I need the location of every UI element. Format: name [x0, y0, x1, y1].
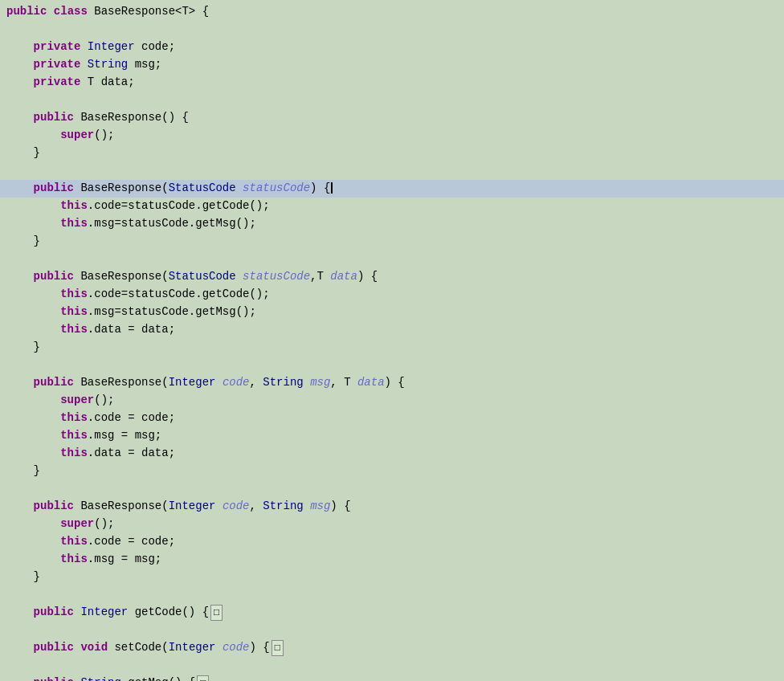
code-line-29: public BaseResponse(Integer code, String… — [0, 498, 784, 516]
code-editor: public class BaseResponse<T> { private I… — [0, 0, 784, 681]
code-line-6 — [0, 92, 784, 109]
code-line-34 — [0, 586, 784, 604]
code-line-21 — [0, 357, 784, 374]
code-line-11: public BaseResponse(StatusCode statusCod… — [0, 180, 784, 198]
code-line-23: super(); — [0, 392, 784, 410]
code-line-17: this.code=statusCode.getCode(); — [0, 286, 784, 304]
code-line-27: } — [0, 463, 784, 480]
code-line-4: private String msg; — [0, 56, 784, 74]
code-line-26: this.data = data; — [0, 445, 784, 463]
code-line-12: this.code=statusCode.getCode(); — [0, 198, 784, 215]
code-line-19: this.data = data; — [0, 321, 784, 339]
code-line-18: this.msg=statusCode.getMsg(); — [0, 304, 784, 321]
code-line-2 — [0, 21, 784, 39]
code-line-28 — [0, 480, 784, 498]
fold-indicator-setcode[interactable]: □ — [272, 640, 284, 656]
code-line-16: public BaseResponse(StatusCode statusCod… — [0, 268, 784, 286]
code-line-39: public String getMsg() {□ — [0, 675, 784, 681]
code-line-9: } — [0, 145, 784, 162]
code-line-7: public BaseResponse() { — [0, 109, 784, 127]
code-line-10 — [0, 162, 784, 180]
code-line-31: this.code = code; — [0, 533, 784, 551]
code-line-25: this.msg = msg; — [0, 427, 784, 445]
text-cursor — [331, 182, 333, 194]
code-line-30: super(); — [0, 516, 784, 533]
code-line-3: private Integer code; — [0, 39, 784, 56]
code-line-14: } — [0, 233, 784, 251]
code-line-1: public class BaseResponse<T> { — [0, 3, 784, 21]
code-line-8: super(); — [0, 127, 784, 145]
code-line-13: this.msg=statusCode.getMsg(); — [0, 215, 784, 233]
code-line-24: this.code = code; — [0, 410, 784, 427]
fold-indicator-getmsg[interactable]: □ — [197, 675, 209, 681]
code-line-37: public void setCode(Integer code) {□ — [0, 639, 784, 657]
fold-indicator-getcode[interactable]: □ — [210, 605, 223, 621]
code-line-35: public Integer getCode() {□ — [0, 604, 784, 622]
code-line-36 — [0, 622, 784, 639]
code-line-38 — [0, 657, 784, 675]
code-line-15 — [0, 251, 784, 268]
code-line-33: } — [0, 569, 784, 586]
code-line-32: this.msg = msg; — [0, 551, 784, 569]
code-line-5: private T data; — [0, 74, 784, 92]
code-line-20: } — [0, 339, 784, 357]
code-line-22: public BaseResponse(Integer code, String… — [0, 374, 784, 392]
